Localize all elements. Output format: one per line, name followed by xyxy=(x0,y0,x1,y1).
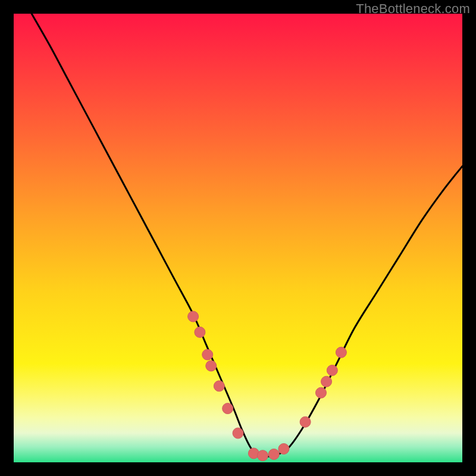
marker-dot xyxy=(327,365,337,375)
marker-dot xyxy=(315,387,326,398)
marker-dot xyxy=(336,347,346,358)
watermark-text: TheBottleneck.com xyxy=(356,1,470,17)
marker-dot xyxy=(300,416,311,427)
marker-dot xyxy=(268,449,279,459)
marker-dot xyxy=(202,349,213,360)
chart-frame xyxy=(14,14,462,462)
bottleneck-chart xyxy=(14,14,462,462)
marker-dot xyxy=(206,361,217,371)
marker-dot xyxy=(223,403,233,414)
gradient-background xyxy=(14,14,462,462)
marker-dot xyxy=(278,443,289,454)
marker-dot xyxy=(321,376,332,387)
marker-dot xyxy=(214,381,224,392)
marker-dot xyxy=(188,311,199,322)
marker-dot xyxy=(195,327,205,337)
marker-dot xyxy=(233,428,243,439)
marker-dot xyxy=(257,450,268,461)
